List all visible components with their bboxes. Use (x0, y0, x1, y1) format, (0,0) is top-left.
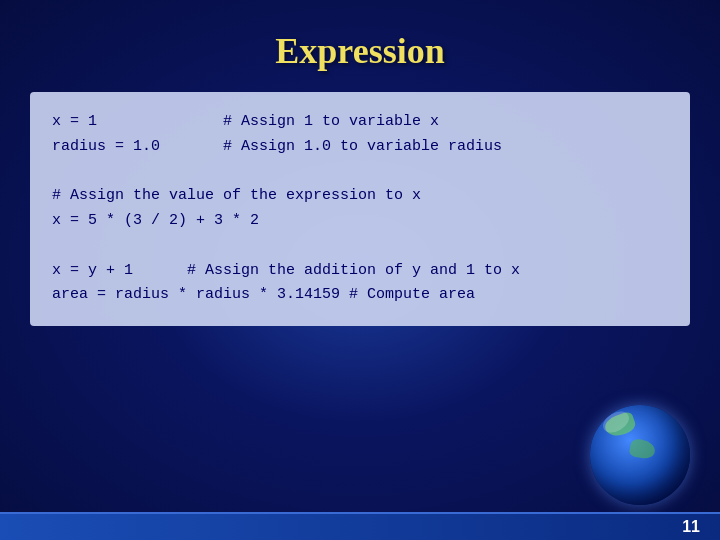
globe-highlight (599, 407, 632, 437)
slide-number: 11 (682, 518, 700, 536)
title-area: Expression (275, 30, 444, 72)
slide-title: Expression (275, 30, 444, 72)
code-line-7: x = y + 1 # Assign the addition of y and… (52, 262, 520, 279)
code-line-4: # Assign the value of the expression to … (52, 187, 421, 204)
code-line-8: area = radius * radius * 3.14159 # Compu… (52, 286, 475, 303)
globe-decoration (590, 405, 690, 505)
slide: Expression x = 1 # Assign 1 to variable … (0, 0, 720, 540)
bottom-bar: 11 (0, 512, 720, 540)
code-line-5: x = 5 * (3 / 2) + 3 * 2 (52, 212, 259, 229)
code-box: x = 1 # Assign 1 to variable x radius = … (30, 92, 690, 326)
globe-sphere (590, 405, 690, 505)
code-content: x = 1 # Assign 1 to variable x radius = … (52, 110, 668, 308)
code-line-1: x = 1 # Assign 1 to variable x (52, 113, 439, 130)
code-line-2: radius = 1.0 # Assign 1.0 to variable ra… (52, 138, 502, 155)
